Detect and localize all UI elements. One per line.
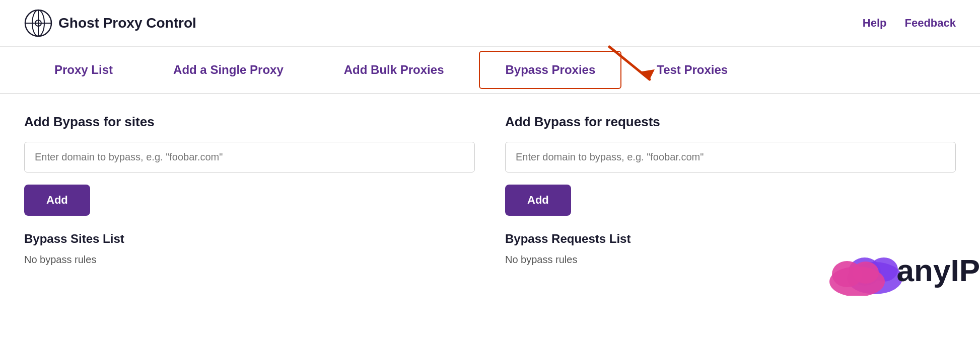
nav-tabs: Proxy List Add a Single Proxy Add Bulk P… xyxy=(0,47,980,94)
svg-point-12 xyxy=(853,262,879,284)
header: Ghost Proxy Control Help Feedback xyxy=(0,0,980,47)
bypass-requests-input[interactable] xyxy=(505,142,956,172)
bypass-sites-title: Add Bypass for sites xyxy=(24,114,475,130)
app-title: Ghost Proxy Control xyxy=(58,15,196,31)
brand-logo-area: anyIP xyxy=(824,245,980,296)
bypass-sites-add-button[interactable]: Add xyxy=(24,185,90,216)
bypass-sites-list-title: Bypass Sites List xyxy=(24,232,475,246)
tab-add-bulk-proxies[interactable]: Add Bulk Proxies xyxy=(314,49,474,91)
bypass-sites-input[interactable] xyxy=(24,142,475,172)
logo-area: Ghost Proxy Control xyxy=(24,9,196,37)
bypass-requests-section: Add Bypass for requests Add Bypass Reque… xyxy=(505,114,956,266)
bypass-requests-list-title: Bypass Requests List xyxy=(505,232,956,246)
tabs-wrapper: Proxy List Add a Single Proxy Add Bulk P… xyxy=(0,47,980,94)
help-link[interactable]: Help xyxy=(863,17,887,30)
bypass-sites-section: Add Bypass for sites Add Bypass Sites Li… xyxy=(24,114,475,266)
anyip-cloud-icon xyxy=(824,245,905,296)
red-arrow-annotation xyxy=(594,42,675,92)
main-content: Add Bypass for sites Add Bypass Sites Li… xyxy=(0,94,980,286)
bypass-sites-no-rules: No bypass rules xyxy=(24,254,475,266)
feedback-link[interactable]: Feedback xyxy=(905,17,956,30)
tab-proxy-list[interactable]: Proxy List xyxy=(24,49,143,91)
bypass-requests-add-button[interactable]: Add xyxy=(505,185,571,216)
header-nav: Help Feedback xyxy=(863,17,956,30)
tab-add-single-proxy[interactable]: Add a Single Proxy xyxy=(143,49,314,91)
bypass-requests-title: Add Bypass for requests xyxy=(505,114,956,130)
ghost-proxy-icon xyxy=(24,9,52,37)
brand-name-text: anyIP xyxy=(897,255,980,286)
